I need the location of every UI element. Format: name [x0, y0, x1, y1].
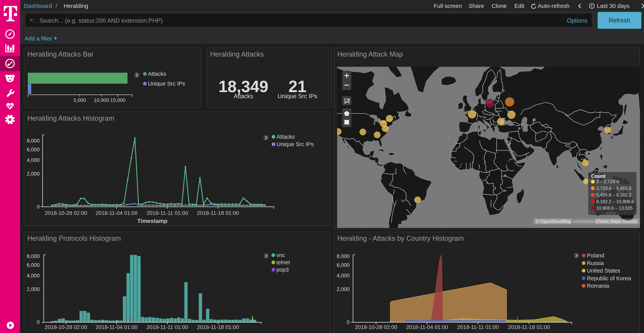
svg-text:Russia: Russia	[587, 260, 604, 266]
svg-text:8,000: 8,000	[27, 253, 40, 259]
svg-text:8,182.2 – 10,908.6: 8,182.2 – 10,908.6	[596, 199, 634, 204]
svg-text:0: 0	[347, 319, 350, 325]
svg-text:15,000: 15,000	[110, 97, 126, 103]
svg-text:© OpenStreetMap: © OpenStreetMap	[536, 219, 571, 224]
svg-text:2018-11-04 01:00: 2018-11-04 01:00	[96, 324, 138, 330]
svg-text:vnc: vnc	[276, 252, 285, 258]
svg-text:6,000: 6,000	[336, 262, 350, 268]
svg-text:Timestamp: Timestamp	[137, 332, 168, 333]
svg-text:2018-11-11 01:00: 2018-11-11 01:00	[146, 324, 188, 330]
svg-text:10,908.6 – 13,635: 10,908.6 – 13,635	[596, 206, 632, 211]
svg-text:pop3: pop3	[276, 267, 289, 273]
svg-text:Unique Src IPs: Unique Src IPs	[148, 81, 185, 87]
svg-text:2018-10-28 02:00: 2018-10-28 02:00	[355, 324, 397, 330]
svg-text:6,000: 6,000	[27, 147, 40, 153]
svg-text:2018-10-28 02:00: 2018-10-28 02:00	[45, 210, 87, 216]
svg-text:2018-11-18 01:00: 2018-11-18 01:00	[197, 324, 239, 330]
svg-text:telnet: telnet	[276, 259, 290, 265]
svg-text:3 – 2,729.4: 3 – 2,729.4	[596, 179, 619, 184]
svg-text:Attacks: Attacks	[276, 134, 295, 140]
svg-text:5,000: 5,000	[74, 97, 86, 103]
svg-text:10,000: 10,000	[94, 97, 109, 103]
svg-text:2018-11-04 01:00: 2018-11-04 01:00	[406, 324, 448, 330]
svg-text:2018-11-04 01:00: 2018-11-04 01:00	[96, 210, 138, 216]
svg-text:Republic of Korea: Republic of Korea	[587, 275, 631, 281]
svg-text:Attacks: Attacks	[148, 71, 166, 77]
svg-text:0: 0	[37, 204, 40, 210]
svg-text:0: 0	[37, 319, 40, 325]
svg-text:2018-11-11 01:00: 2018-11-11 01:00	[146, 210, 188, 216]
svg-text:4,000: 4,000	[336, 273, 350, 278]
svg-text:5,455.8 – 8,182.2: 5,455.8 – 8,182.2	[596, 192, 631, 197]
svg-text:2018-10-28 02:00: 2018-10-28 02:00	[45, 324, 87, 330]
svg-text:contributors,: contributors,	[573, 219, 597, 224]
svg-text:4,000: 4,000	[27, 157, 40, 163]
svg-text:Romania: Romania	[587, 283, 609, 289]
svg-text:8,000: 8,000	[336, 253, 350, 259]
svg-text:Count: Count	[591, 173, 606, 179]
svg-text:2018-11-18 01:00: 2018-11-18 01:00	[508, 324, 550, 330]
svg-text:Elastic Maps Service: Elastic Maps Service	[596, 219, 637, 224]
svg-text:United States: United States	[587, 268, 620, 274]
svg-text:Unique Src IPs: Unique Src IPs	[276, 141, 314, 147]
svg-text:2,729.4 – 5,455.8: 2,729.4 – 5,455.8	[596, 186, 631, 191]
svg-text:2018-11-11 01:00: 2018-11-11 01:00	[457, 324, 499, 330]
svg-text:Poland: Poland	[587, 252, 604, 259]
svg-text:6,000: 6,000	[27, 262, 40, 268]
svg-text:4,000: 4,000	[27, 273, 40, 278]
svg-text:Timestamp: Timestamp	[447, 332, 478, 333]
svg-text:2,000: 2,000	[27, 171, 40, 177]
svg-text:Timestamp: Timestamp	[137, 218, 168, 224]
svg-text:8,000: 8,000	[27, 138, 40, 144]
svg-text:2018-11-18 01:00: 2018-11-18 01:00	[197, 210, 239, 216]
svg-text:2,000: 2,000	[27, 286, 40, 292]
svg-text:2,000: 2,000	[336, 286, 350, 292]
